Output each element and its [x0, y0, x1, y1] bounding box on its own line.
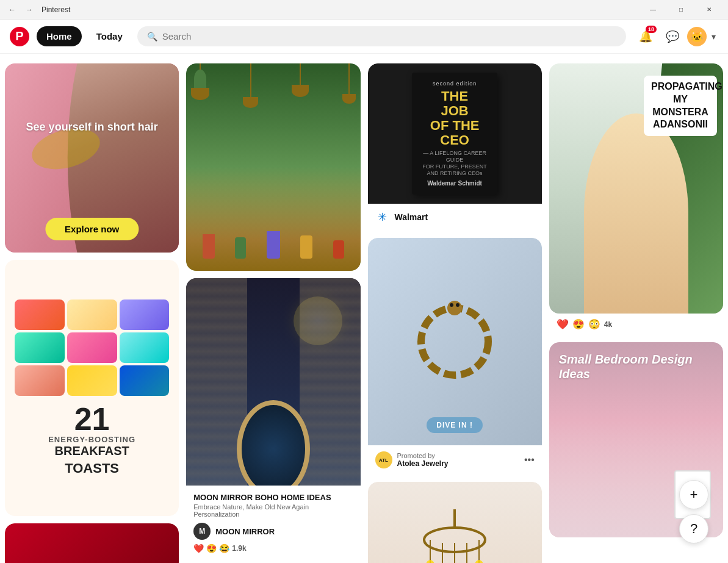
search-icon: 🔍	[147, 32, 157, 41]
window-controls: — □ ✕	[639, 0, 723, 20]
forward-button[interactable]: →	[22, 2, 37, 17]
plants-pin-card[interactable]: 📸 5	[186, 63, 360, 271]
titlebar-left: ← → Pinterest	[5, 2, 70, 17]
column-3: second edition THE JOB OF THE CEO — A LI…	[368, 63, 542, 563]
search-input[interactable]	[162, 31, 616, 41]
moon-mirror-info: MOON MIRROR BOHO HOME IDEAS Embrace Natu…	[186, 486, 360, 561]
walmart-logo: ✳	[375, 210, 390, 224]
notifications-button[interactable]: 🔔 18	[633, 24, 658, 49]
toasts-pin-card[interactable]: 21 ENERGY-BOOSTING BREAKFAST TOASTS	[5, 260, 179, 516]
column-4: ▶ 1 PROPAGATING MY MONSTERA ADANSONII ❤️…	[549, 63, 723, 537]
toasts-grid	[15, 299, 169, 396]
column-1: See yourself in short hair Explore now	[5, 63, 179, 563]
bedroom-text-overlay: Small Bedroom Design Ideas	[549, 342, 723, 391]
hair-card-text: See yourself in short hair	[11, 120, 173, 134]
promoted-row: ATL Promoted by Atolea Jewelry •••	[375, 451, 535, 468]
titlebar: ← → Pinterest — □ ✕	[0, 0, 728, 20]
svg-point-19	[474, 560, 484, 563]
chandelier-pin-card[interactable]: 📸 9	[368, 482, 542, 563]
atolea-avatar: ATL	[375, 451, 392, 468]
home-button[interactable]: Home	[37, 26, 82, 46]
navbar: P Home Today 🔍 🔔 18 💬 🐱 ▾	[0, 20, 728, 54]
more-options-button[interactable]: •••	[524, 454, 535, 465]
moon-mirror-pin-card[interactable]: MOON MIRROR BOHO HOME IDEAS Embrace Natu…	[186, 278, 360, 561]
column-2: 📸 5	[186, 63, 360, 563]
nav-icons: 🔔 18 💬 🐱 ▾	[633, 24, 718, 49]
search-bar: 🔍	[137, 26, 626, 46]
help-fab-button[interactable]: ?	[679, 514, 708, 543]
ring-card-footer: ATL Promoted by Atolea Jewelry •••	[368, 445, 542, 475]
avatar[interactable]: 🐱	[687, 27, 707, 46]
ceo-book-pin-card[interactable]: second edition THE JOB OF THE CEO — A LI…	[368, 63, 542, 231]
svg-point-15	[425, 560, 435, 563]
monstera-reactions: ❤️ 😍 😳 4k	[549, 314, 723, 335]
add-fab-button[interactable]: +	[679, 480, 708, 509]
monstera-text-overlay: PROPAGATING MY MONSTERA ADANSONII	[644, 76, 717, 136]
messages-button[interactable]: 💬	[660, 24, 685, 49]
titlebar-title: Pinterest	[41, 5, 70, 14]
monstera-pin-card[interactable]: ▶ 1 PROPAGATING MY MONSTERA ADANSONII ❤️…	[549, 63, 723, 335]
chat-icon: 💬	[666, 30, 679, 43]
svg-point-5	[447, 301, 462, 315]
svg-point-7	[456, 303, 460, 307]
maximize-button[interactable]: □	[667, 0, 695, 20]
pinterest-logo: P	[10, 27, 29, 46]
notification-badge: 18	[646, 26, 657, 33]
moon-mirror-reactions: ❤️ 😍 😂 1.9k	[193, 543, 353, 553]
hair-pin-card[interactable]: See yourself in short hair Explore now	[5, 63, 179, 253]
main-content: See yourself in short hair Explore now	[0, 54, 728, 563]
toasts-title: 21 ENERGY-BOOSTING BREAKFAST TOASTS	[48, 403, 135, 476]
avatar-icon: 🐱	[690, 30, 704, 43]
svg-point-6	[450, 303, 453, 307]
svg-point-4	[421, 308, 488, 375]
pin-grid: See yourself in short hair Explore now	[5, 63, 723, 563]
dive-in-badge: DIVE IN !	[427, 417, 483, 433]
account-chevron[interactable]: ▾	[709, 29, 718, 44]
back-button[interactable]: ←	[5, 2, 20, 17]
minimize-button[interactable]: —	[639, 0, 667, 20]
book-cover: second edition THE JOB OF THE CEO — A LI…	[412, 73, 497, 195]
explore-now-button[interactable]: Explore now	[45, 218, 139, 240]
titlebar-nav: ← →	[5, 2, 37, 17]
moon-mirror-avatar: M	[193, 523, 211, 540]
ceo-book-footer: ✳ Walmart	[368, 204, 542, 231]
bottom-red-card[interactable]	[5, 523, 179, 563]
moon-mirror-author: M MOON MIRROR	[193, 523, 353, 540]
promoted-left: ATL Promoted by Atolea Jewelry	[375, 451, 449, 468]
close-button[interactable]: ✕	[695, 0, 723, 20]
ring-pin-card[interactable]: DIVE IN ! ATL Promoted by Atolea Jewelry…	[368, 238, 542, 475]
today-button[interactable]: Today	[89, 26, 130, 46]
